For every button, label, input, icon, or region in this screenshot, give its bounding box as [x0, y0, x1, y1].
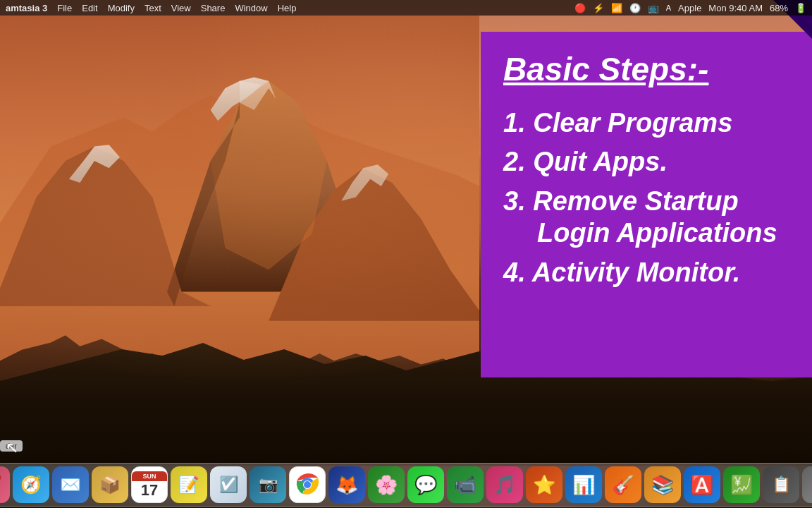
menu-window[interactable]: Window	[235, 3, 267, 13]
callout-title: Basic Steps:-	[503, 52, 792, 87]
menubar-right: 🔴 ⚡ 📶 🕐 📺 A Apple Mon 9:40 AM 68% 🔋	[574, 3, 806, 13]
step-4: 4. Activity Monitor.	[503, 257, 792, 289]
menu-modify[interactable]: Modify	[108, 3, 135, 13]
keynote-icon[interactable]: 📋	[763, 466, 799, 503]
accessibility-icon[interactable]: A	[666, 4, 671, 12]
image-capture-icon[interactable]: 📷	[250, 466, 286, 503]
facetime-icon[interactable]: 📹	[447, 466, 484, 503]
menu-view[interactable]: View	[171, 3, 191, 13]
menubar-left: amtasia 3 File Edit Modify Text View Sha…	[6, 3, 574, 13]
svg-point-16	[304, 481, 311, 488]
mail-icon[interactable]: ✉️	[52, 466, 89, 503]
billings-icon[interactable]: 📊	[565, 466, 602, 503]
stickies-icon[interactable]: 📝	[171, 466, 207, 503]
reminders-icon[interactable]: ☑️	[210, 466, 247, 503]
app-name[interactable]: amtasia 3	[6, 3, 47, 13]
step-1: 1. Clear Programs	[503, 107, 792, 140]
mouse-cursor: ↖	[6, 439, 18, 457]
safari-icon[interactable]: 🧭	[13, 466, 49, 503]
garageband-icon[interactable]: 🎸	[605, 466, 641, 503]
calendar-icon[interactable]: SUN 17	[131, 466, 168, 503]
notes-icon[interactable]: 📦	[92, 466, 128, 503]
dock: 🌐 🚀 🧭 ✉️ 📦 SUN 17 📝 ☑️ 📷 🦊 🌸 💬 📹	[0, 463, 812, 507]
launchpad-icon[interactable]: 🚀	[0, 466, 10, 503]
airplay-icon[interactable]: 📺	[648, 3, 659, 13]
firefox-icon[interactable]: 🦊	[328, 466, 365, 503]
menu-file[interactable]: File	[57, 3, 72, 13]
menu-edit[interactable]: Edit	[82, 3, 97, 13]
messages-icon[interactable]: 💬	[407, 466, 444, 503]
cashculator-icon[interactable]: 💹	[723, 466, 760, 503]
dock-container: 🌐 🚀 🧭 ✉️ 📦 SUN 17 📝 ☑️ 📷 🦊 🌸 💬 📹	[0, 452, 812, 508]
chrome-icon[interactable]	[289, 466, 326, 503]
apple-label[interactable]: Apple	[678, 3, 701, 13]
callout-list: 1. Clear Programs 2. Quit Apps. 3. Remov…	[503, 107, 792, 289]
step-3-continued: Login Applications	[537, 217, 792, 250]
itunes-icon[interactable]: 🎵	[486, 466, 523, 503]
battery-icon: 🔋	[795, 3, 806, 13]
ibooks-icon[interactable]: 📚	[644, 466, 681, 503]
record-icon: 🔴	[574, 3, 586, 13]
reeder-icon[interactable]: ⭐	[526, 466, 562, 503]
menu-bar: amtasia 3 File Edit Modify Text View Sha…	[0, 0, 812, 16]
menu-help[interactable]: Help	[278, 3, 297, 13]
step-3: 3. Remove Startup	[503, 186, 792, 218]
iphoto-icon[interactable]: 🌸	[368, 466, 405, 503]
callout-box: Basic Steps:- 1. Clear Programs 2. Quit …	[481, 32, 812, 377]
menu-share[interactable]: Share	[201, 3, 226, 13]
bluetooth-icon[interactable]: ⚡	[593, 3, 604, 13]
step-2: 2. Quit Apps.	[503, 146, 792, 179]
wifi-icon[interactable]: 📶	[611, 3, 622, 13]
menu-text[interactable]: Text	[144, 3, 161, 13]
datetime: Mon 9:40 AM	[708, 3, 763, 13]
extra-icon-1[interactable]: 🖥️	[802, 466, 812, 503]
timemachine-icon[interactable]: 🕐	[629, 3, 641, 13]
battery-level: 68%	[770, 3, 788, 13]
appstore-icon[interactable]: 🅰️	[684, 466, 720, 503]
